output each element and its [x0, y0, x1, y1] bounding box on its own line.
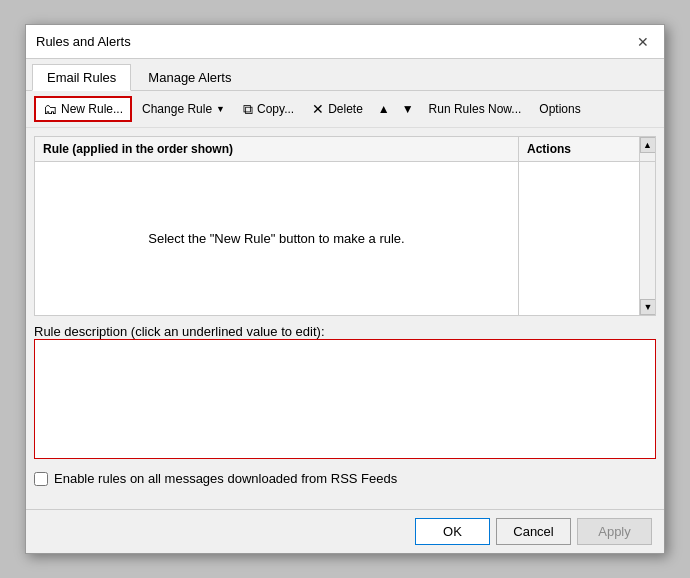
description-label: Rule description (click an underlined va… [34, 324, 656, 339]
dialog-title: Rules and Alerts [36, 34, 131, 49]
toolbar: 🗂 New Rule... Change Rule ▼ ⧉ Copy... ✕ … [26, 91, 664, 128]
header-scrollbar-spacer: ▲ [639, 137, 655, 161]
rules-table[interactable]: Rule (applied in the order shown) Action… [34, 136, 656, 316]
apply-button[interactable]: Apply [577, 518, 652, 545]
rss-feeds-label: Enable rules on all messages downloaded … [54, 471, 397, 486]
actions-column-body [519, 162, 639, 315]
rules-table-body: Select the "New Rule" button to make a r… [35, 162, 655, 315]
rules-empty-message: Select the "New Rule" button to make a r… [35, 162, 519, 315]
tab-bar: Email Rules Manage Alerts [26, 59, 664, 91]
scrollbar-down-button[interactable]: ▼ [640, 299, 655, 315]
rules-and-alerts-dialog: Rules and Alerts ✕ Email Rules Manage Al… [25, 24, 665, 554]
close-button[interactable]: ✕ [632, 31, 654, 53]
copy-icon: ⧉ [243, 101, 253, 118]
change-rule-button[interactable]: Change Rule ▼ [134, 98, 233, 120]
col-actions-header: Actions [519, 137, 639, 161]
main-content: Rule (applied in the order shown) Action… [26, 128, 664, 509]
new-rule-icon: 🗂 [43, 101, 57, 117]
move-up-button[interactable]: ▲ [373, 99, 395, 119]
new-rule-button[interactable]: 🗂 New Rule... [34, 96, 132, 122]
options-button[interactable]: Options [531, 98, 588, 120]
rules-table-header: Rule (applied in the order shown) Action… [35, 137, 655, 162]
rss-feeds-checkbox-row: Enable rules on all messages downloaded … [34, 471, 656, 486]
rss-feeds-checkbox[interactable] [34, 472, 48, 486]
run-rules-button[interactable]: Run Rules Now... [421, 98, 530, 120]
description-section: Rule description (click an underlined va… [34, 324, 656, 459]
change-rule-dropdown-icon: ▼ [216, 104, 225, 114]
footer: OK Cancel Apply [26, 509, 664, 553]
ok-button[interactable]: OK [415, 518, 490, 545]
col-rule-header: Rule (applied in the order shown) [35, 137, 519, 161]
delete-icon: ✕ [312, 101, 324, 117]
cancel-button[interactable]: Cancel [496, 518, 571, 545]
scrollbar-up-button[interactable]: ▲ [640, 137, 656, 153]
tab-email-rules[interactable]: Email Rules [32, 64, 131, 91]
description-box[interactable] [34, 339, 656, 459]
title-bar: Rules and Alerts ✕ [26, 25, 664, 59]
copy-button[interactable]: ⧉ Copy... [235, 97, 302, 122]
tab-manage-alerts[interactable]: Manage Alerts [133, 64, 246, 91]
delete-button[interactable]: ✕ Delete [304, 97, 371, 121]
scrollbar-track[interactable]: ▼ [639, 162, 655, 315]
move-down-button[interactable]: ▼ [397, 99, 419, 119]
